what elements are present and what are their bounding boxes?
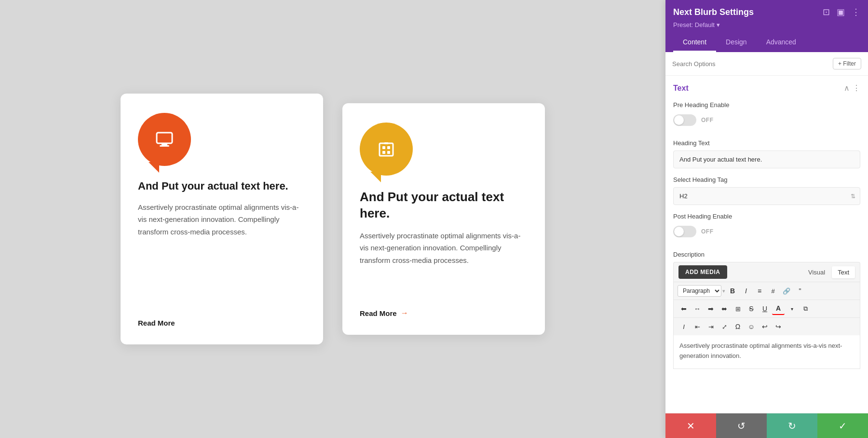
card2-readmore-link[interactable]: Read More → [360,309,408,317]
close-button[interactable]: ✕ [665,413,716,438]
pre-heading-toggle-row: OFF [673,112,860,132]
post-heading-toggle[interactable] [673,226,696,237]
color-button[interactable]: A [772,302,785,315]
editor-toolbar-2: ⬅ ↔ ➡ ⬌ ⊞ S U A ▾ ⧉ [673,300,860,317]
more-options-icon[interactable]: ⋮ [852,7,860,17]
card2-heading: And Put your actual text here. [360,189,528,222]
tab-advanced[interactable]: Advanced [757,33,806,52]
card1-icon-circle [138,113,191,166]
building-icon [375,137,398,161]
indent-in-button[interactable]: ⇥ [705,320,717,333]
desc-view-tabs: Visual Text [802,266,855,278]
post-heading-label: Post Heading Enable [673,213,860,220]
indent-out-button[interactable]: ⇤ [691,320,704,333]
card1-readmore-link[interactable]: Read More [138,319,175,327]
section-collapse-button[interactable]: ∧ [844,83,850,93]
card1-desc: Assertively procrastinate optimal alignm… [138,201,306,238]
pre-heading-toggle[interactable] [673,114,696,126]
panel-header: Next Blurb Settings ⊡ ▣ ⋮ Preset: Defaul… [665,0,868,52]
heading-tag-select-wrapper: H2 H1 H3 H4 H5 H6 ⇅ [673,187,860,205]
panel-preset[interactable]: Preset: Default ▾ [673,21,860,28]
svg-rect-4 [380,143,393,156]
heading-text-field: Heading Text [665,136,868,172]
description-section: Description ADD MEDIA Visual Text [665,247,868,373]
card2-readmore-arrow: → [401,309,408,317]
svg-rect-9 [384,142,388,144]
section-dots-button[interactable]: ⋮ [853,83,860,93]
editor-toolbar-3: I ⇤ ⇥ ⤢ Ω ☺ ↩ ↪ [673,317,860,335]
panel-tabs: Content Design Advanced [673,33,860,52]
redo-button[interactable]: ↪ [772,320,785,333]
italic2-button[interactable]: I [678,320,690,333]
card2-desc: Assertively procrastinate optimal alignm… [360,230,528,267]
editor-toolbar-1: Paragraph Heading 1 Heading 2 ▾ B I ≡ # … [673,282,860,300]
card1-readmore-label: Read More [138,319,175,327]
svg-rect-1 [162,143,167,145]
undo-button[interactable]: ↩ [759,320,771,333]
blurb-card-2: And Put your actual text here. Assertive… [342,103,545,335]
search-row: + Filter [665,52,868,76]
paragraph-select[interactable]: Paragraph Heading 1 Heading 2 [678,285,721,297]
post-heading-toggle-label: OFF [701,228,714,235]
post-heading-field: Post Heading Enable OFF [665,209,868,247]
post-heading-toggle-knob [674,227,684,236]
svg-rect-8 [387,151,390,154]
ordered-list-button[interactable]: # [767,285,779,297]
quote-button[interactable]: " [794,285,806,297]
dropdown-arrow: ▾ [722,288,725,294]
save-button[interactable]: ✓ [817,413,868,438]
text-tab-btn[interactable]: Text [832,266,855,278]
pre-heading-label: Pre Heading Enable [673,101,860,109]
svg-rect-2 [160,145,169,147]
add-media-button[interactable]: ADD MEDIA [678,265,727,279]
heading-text-label: Heading Text [673,139,860,147]
layout-icon[interactable]: ▣ [837,7,845,17]
panel-header-icons: ⊡ ▣ ⋮ [823,7,860,17]
align-right-button[interactable]: ➡ [705,302,717,315]
undo-footer-button[interactable]: ↺ [716,413,767,438]
fullscreen-button[interactable]: ⤢ [718,320,731,333]
align-justify-button[interactable]: ⬌ [718,302,731,315]
section-title: Text [673,84,689,93]
card2-readmore-label: Read More [360,309,397,317]
emoji-button[interactable]: ☺ [745,320,758,333]
heading-text-input[interactable] [673,151,860,168]
italic-button[interactable]: I [740,285,752,297]
heading-tag-select[interactable]: H2 H1 H3 H4 H5 H6 [673,187,860,205]
panel-content: Text ∧ ⋮ Pre Heading Enable OFF Heading … [665,76,868,438]
underline-button[interactable]: U [759,302,771,315]
strikethrough-button[interactable]: S [745,302,758,315]
text-section-header: Text ∧ ⋮ [665,76,868,97]
bold-button[interactable]: B [726,285,739,297]
heading-tag-label: Select Heading Tag [673,176,860,183]
preset-label: Preset: Default [673,21,715,28]
unordered-list-button[interactable]: ≡ [753,285,766,297]
filter-button[interactable]: + Filter [833,58,861,69]
panel-footer: ✕ ↺ ↻ ✓ [665,413,868,438]
align-left-button[interactable]: ⬅ [678,302,690,315]
tab-design[interactable]: Design [716,33,757,52]
tab-content[interactable]: Content [673,33,716,52]
pre-heading-toggle-knob [674,115,684,125]
pre-heading-field: Pre Heading Enable OFF [665,97,868,136]
table-button[interactable]: ⊞ [732,302,744,315]
redo-footer-button[interactable]: ↻ [767,413,817,438]
omega-button[interactable]: Ω [732,320,744,333]
panel-title: Next Blurb Settings [673,7,754,17]
search-input[interactable] [672,60,829,68]
visual-tab-btn[interactable]: Visual [802,266,831,278]
paste-button[interactable]: ⧉ [799,302,812,315]
link-button[interactable]: 🔗 [780,285,793,297]
responsive-icon[interactable]: ⊡ [823,7,830,17]
color-dropdown-button[interactable]: ▾ [786,302,798,315]
align-center-button[interactable]: ↔ [691,302,704,315]
card1-heading: And Put your actual text here. [138,179,288,193]
card2-icon-circle [360,123,413,176]
editor-content[interactable]: Assertively procrastinate optimal alignm… [673,335,860,369]
canvas-area: And Put your actual text here. Assertive… [0,0,665,438]
section-controls: ∧ ⋮ [844,83,860,93]
description-label: Description [673,251,860,258]
svg-rect-5 [382,146,385,149]
blurb-card-1: And Put your actual text here. Assertive… [121,94,323,344]
settings-panel: Next Blurb Settings ⊡ ▣ ⋮ Preset: Defaul… [665,0,868,438]
